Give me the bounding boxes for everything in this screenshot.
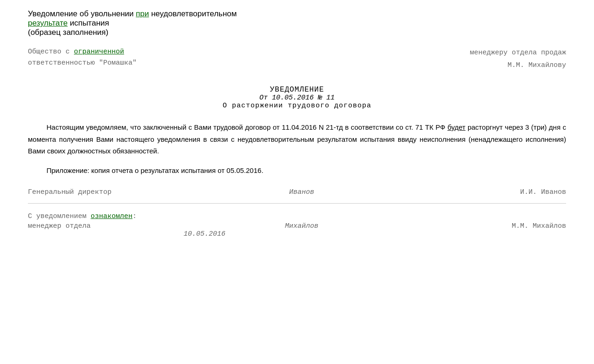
sig-title: Генеральный директор	[28, 188, 158, 196]
title-underline-rezultate: результате	[28, 19, 67, 27]
center-block: УВЕДОМЛЕНИЕ От 10.05.2016 № 11 О расторж…	[28, 86, 566, 110]
title-block: Уведомление об увольнении при неудовлетв…	[28, 9, 566, 37]
sender-recipient-block: Общество с ограниченной ответственностью…	[28, 46, 566, 72]
signature-block: Генеральный директор Иванов И.И. Иванов	[28, 188, 566, 196]
acq-main-row: менеджер отдела Михайлов М.М. Михайлов	[28, 222, 566, 230]
title-line2: результате испытания	[28, 19, 566, 28]
title-line1: Уведомление об увольнении при неудовлетв…	[28, 9, 566, 19]
sender-text2: ответственностью "Ромашка"	[28, 59, 137, 67]
attachment-line: Приложение: копия отчета о результатах и…	[28, 166, 566, 174]
document-subject: О расторжении трудового договора	[28, 102, 566, 110]
acq-name: М.М. Михайлов	[445, 222, 566, 230]
acq-date: 10.05.2016	[158, 230, 251, 238]
recipient-line2: М.М. Михайлову	[470, 59, 566, 72]
acq-position: менеджер отдела	[28, 222, 158, 230]
sig-name: И.И. Иванов	[445, 188, 566, 196]
underline-budet: будет	[448, 123, 466, 131]
acq-date-row: 10.05.2016	[28, 230, 566, 238]
acq-text1: С уведомлением	[28, 212, 91, 220]
acq-sign: Михайлов	[255, 222, 348, 230]
acq-underline: ознакомлен	[91, 212, 132, 220]
acq-colon: :	[132, 212, 137, 220]
acquaintance-block: С уведомлением ознакомлен: менеджер отде…	[28, 211, 566, 238]
document-main-title: УВЕДОМЛЕНИЕ	[28, 86, 566, 94]
title-line3: (образец заполнения)	[28, 28, 566, 37]
title-text-part2: неудовлетворительном	[149, 9, 237, 18]
sender-underline: ограниченной	[74, 48, 124, 56]
title-underline-pri: при	[136, 9, 149, 18]
document-date-number: От 10.05.2016 № 11	[28, 94, 566, 102]
recipient-block: менеджеру отдела продаж М.М. Михайлову	[470, 46, 566, 72]
sender-block: Общество с ограниченной ответственностью…	[28, 46, 137, 72]
recipient-line1: менеджеру отдела продаж	[470, 46, 566, 59]
title-text-part1: Уведомление об увольнении	[28, 9, 136, 18]
divider	[28, 203, 566, 204]
sender-text1: Общество с	[28, 48, 74, 56]
title-line2-part2: испытания	[67, 19, 109, 27]
acquaintance-title: С уведомлением ознакомлен:	[28, 211, 566, 223]
document-container: Уведомление об увольнении при неудовлетв…	[28, 9, 566, 238]
sig-sign: Иванов	[255, 188, 348, 196]
body-paragraph: Настоящим уведомляем, что заключенный с …	[28, 121, 566, 157]
signature-row: Генеральный директор Иванов И.И. Иванов	[28, 188, 566, 196]
